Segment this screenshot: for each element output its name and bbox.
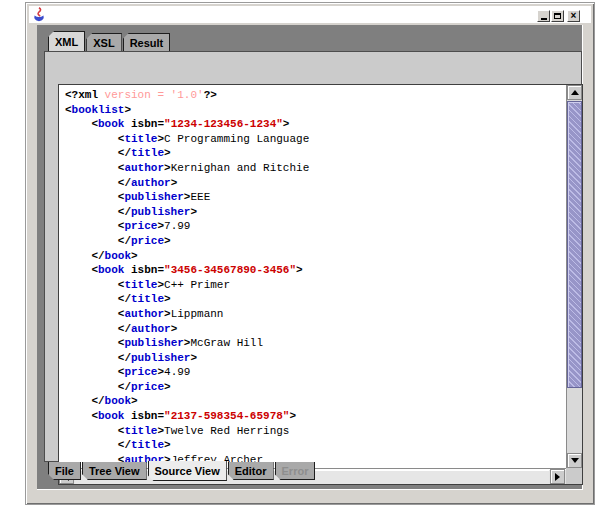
code-line: <book isbn="1234-123456-1234">: [65, 117, 566, 132]
xml-source-textarea[interactable]: <?xml version = '1.0'?><booklist> <book …: [59, 85, 566, 468]
bottom-tab-editor[interactable]: Editor: [228, 462, 274, 480]
arrow-down-icon: [571, 458, 579, 463]
editor-scroll-pane: <?xml version = '1.0'?><booklist> <book …: [58, 84, 583, 485]
titlebar[interactable]: ×: [29, 6, 591, 23]
bottom-tab-error: Error: [275, 462, 316, 480]
arrow-up-icon: [571, 90, 579, 95]
code-line: <booklist>: [65, 103, 566, 118]
code-line: </book>: [65, 394, 566, 409]
scroll-down-button[interactable]: [567, 453, 582, 468]
minimize-icon: [541, 18, 547, 20]
code-line: </author>: [65, 176, 566, 191]
code-line: </title>: [65, 146, 566, 161]
main-panel: XMLXSLResult <?xml version = '1.0'?><boo…: [37, 25, 583, 490]
close-button[interactable]: ×: [567, 10, 580, 22]
code-line: <author>Kernighan and Ritchie: [65, 161, 566, 176]
code-line: </publisher>: [65, 351, 566, 366]
scroll-right-button[interactable]: [550, 469, 565, 484]
app-window: × XMLXSLResult <?xml version = '1.0'?><b…: [25, 2, 595, 505]
top-tab-xml[interactable]: XML: [48, 31, 85, 51]
arrow-right-icon: [555, 473, 560, 481]
code-line: </author>: [65, 322, 566, 337]
java-coffee-cup-icon: [32, 7, 46, 22]
top-tab-xsl[interactable]: XSL: [86, 33, 121, 51]
code-line: </price>: [65, 234, 566, 249]
tab-content-pane: <?xml version = '1.0'?><booklist> <book …: [44, 51, 582, 462]
code-line: </title>: [65, 438, 566, 453]
bottom-tab-source-view[interactable]: Source View: [148, 461, 227, 481]
code-line: <title>Twelve Red Herrings: [65, 424, 566, 439]
xml-code: <?xml version = '1.0'?><booklist> <book …: [59, 85, 566, 467]
code-line: </title>: [65, 292, 566, 307]
top-tab-result[interactable]: Result: [123, 33, 171, 51]
code-line: <publisher>EEE: [65, 190, 566, 205]
code-line: <price>7.99: [65, 219, 566, 234]
code-line: <title>C Programming Language: [65, 132, 566, 147]
maximize-button[interactable]: [551, 10, 564, 22]
vertical-scrollbar-thumb[interactable]: [567, 101, 582, 388]
minimize-button[interactable]: [537, 10, 550, 22]
scroll-up-button[interactable]: [567, 85, 582, 100]
close-icon: ×: [571, 11, 577, 21]
code-line: <author>Lippmann: [65, 307, 566, 322]
code-line: </book>: [65, 249, 566, 264]
top-tab-bar: XMLXSLResult: [48, 31, 171, 51]
code-line: <publisher>McGraw Hill: [65, 336, 566, 351]
code-line: <book isbn="2137-598354-65978">: [65, 409, 566, 424]
code-line: <book isbn="3456-34567890-3456">: [65, 263, 566, 278]
bottom-tab-tree-view[interactable]: Tree View: [82, 462, 147, 480]
screen: × XMLXSLResult <?xml version = '1.0'?><b…: [0, 0, 600, 528]
code-line: <title>C++ Primer: [65, 278, 566, 293]
bottom-tab-file[interactable]: File: [48, 462, 81, 480]
maximize-icon: [554, 13, 561, 19]
code-line: <?xml version = '1.0'?>: [65, 88, 566, 103]
bottom-tab-bar: FileTree ViewSource ViewEditorError: [48, 462, 316, 482]
vertical-scrollbar[interactable]: [566, 85, 582, 468]
code-line: <price>4.99: [65, 365, 566, 380]
scrollbar-corner: [566, 468, 582, 484]
code-line: </price>: [65, 380, 566, 395]
code-line: </publisher>: [65, 205, 566, 220]
